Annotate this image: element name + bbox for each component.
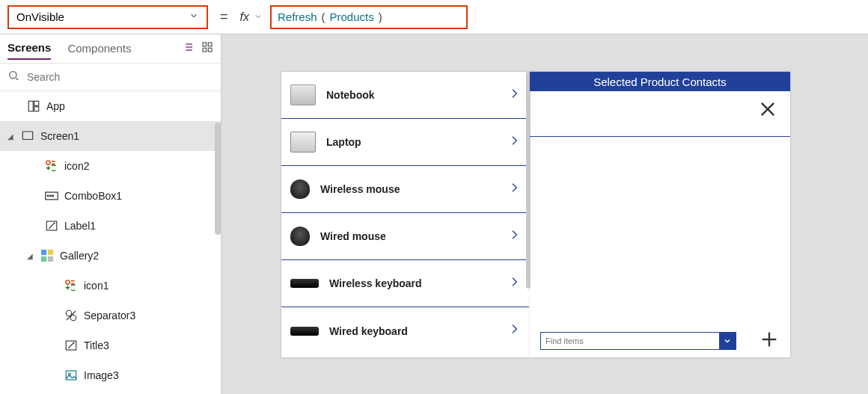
tree-label: icon2 — [64, 160, 89, 172]
tree-item-combobox1[interactable]: ComboBox1 — [0, 181, 221, 211]
chevron-down-icon — [254, 10, 263, 24]
search-icon — [7, 70, 19, 84]
svg-rect-7 — [208, 43, 212, 46]
svg-rect-14 — [34, 107, 39, 111]
tree-label: Image3 — [84, 369, 119, 381]
chevron-down-icon[interactable] — [719, 333, 736, 349]
combobox-placeholder: Find items — [541, 336, 719, 345]
svg-rect-23 — [48, 250, 53, 255]
tree-item-label1[interactable]: Label1 — [0, 211, 221, 241]
add-icon[interactable] — [759, 329, 780, 353]
caret-down-icon: ◢ — [7, 132, 15, 141]
gallery-item[interactable]: Wired mouse — [281, 213, 529, 260]
gallery-item[interactable]: Notebook — [281, 72, 529, 119]
formula-token-fn: Refresh — [278, 10, 317, 23]
formula-token-close: ) — [379, 10, 382, 23]
svg-line-11 — [16, 78, 18, 80]
gallery-preview: Notebook Laptop Wireless mouse — [281, 72, 530, 357]
product-thumb-icon — [290, 327, 319, 336]
contacts-header: Selected Product Contacts — [530, 72, 790, 91]
list-view-icon[interactable] — [182, 41, 194, 56]
product-thumb-icon — [290, 84, 316, 105]
svg-rect-30 — [66, 371, 76, 380]
svg-rect-24 — [41, 256, 46, 262]
tree-label: Screen1 — [40, 130, 79, 142]
formula-token-open: ( — [322, 10, 326, 23]
svg-point-20 — [52, 195, 54, 197]
tree-item-icon1[interactable]: icon1 — [0, 271, 221, 301]
formula-input[interactable]: Refresh( Products ) — [270, 5, 468, 29]
gallery-item[interactable]: Laptop — [281, 119, 529, 166]
tree-view: App ◢ Screen1 icon2 — [0, 91, 221, 394]
fx-label: fx — [240, 10, 249, 24]
svg-rect-12 — [28, 101, 33, 111]
gallery-item[interactable]: Wired keyboard — [281, 307, 529, 354]
svg-rect-8 — [208, 48, 212, 52]
gallery-item[interactable]: Wireless keyboard — [281, 260, 529, 307]
tree-item-icon2[interactable]: icon2 — [0, 151, 221, 181]
formula-token-arg: Products — [330, 10, 374, 23]
screen-icon — [21, 129, 34, 143]
chevron-right-icon[interactable] — [508, 271, 520, 296]
combobox-icon — [45, 189, 58, 203]
tree-item-screen1[interactable]: ◢ Screen1 — [0, 121, 221, 151]
product-thumb-icon — [290, 179, 310, 199]
property-dropdown-value: OnVisible — [16, 10, 64, 23]
tree-label: Separator3 — [84, 310, 135, 321]
property-dropdown[interactable]: OnVisible — [7, 5, 208, 29]
tab-screens[interactable]: Screens — [7, 37, 51, 60]
gallery-icon — [40, 249, 54, 262]
tree-item-app[interactable]: App — [0, 91, 221, 121]
product-thumb-icon — [290, 132, 316, 153]
combobox-find-items[interactable]: Find items — [540, 332, 736, 350]
separator-line — [530, 136, 790, 137]
svg-rect-15 — [22, 132, 33, 140]
formula-input-rest[interactable] — [475, 5, 861, 29]
fx-indicator[interactable]: fx — [240, 10, 263, 24]
equals-sign: = — [216, 9, 233, 25]
svg-point-18 — [47, 195, 49, 197]
chevron-right-icon[interactable] — [508, 177, 520, 202]
screen-preview: Notebook Laptop Wireless mouse — [281, 72, 790, 357]
product-thumb-icon — [290, 227, 310, 246]
formula-bar: OnVisible = fx Refresh( Products ) — [0, 0, 868, 34]
product-thumb-icon — [290, 279, 319, 288]
tree-item-image3[interactable]: Image3 — [0, 360, 221, 390]
tree-label: icon1 — [84, 280, 109, 292]
chevron-right-icon[interactable] — [508, 318, 520, 343]
tree-item-separator3[interactable]: Separator3 — [0, 301, 221, 330]
tree-item-title3[interactable]: Title3 — [0, 330, 221, 360]
caret-down-icon: ◢ — [27, 252, 34, 260]
svg-rect-25 — [48, 256, 53, 262]
tree-label: Title3 — [84, 339, 109, 351]
image-icon — [64, 369, 78, 382]
label-icon — [64, 339, 78, 352]
label-icon — [45, 219, 58, 233]
search-input[interactable] — [27, 71, 213, 83]
chevron-right-icon[interactable] — [508, 224, 520, 249]
chevron-right-icon[interactable] — [508, 83, 520, 108]
grid-view-icon[interactable] — [201, 41, 213, 56]
svg-rect-22 — [41, 250, 46, 255]
gallery-item-label: Wired keyboard — [329, 325, 498, 337]
svg-rect-13 — [34, 101, 39, 105]
tree-label: ComboBox1 — [64, 190, 122, 202]
tab-components[interactable]: Components — [67, 37, 131, 59]
chevron-right-icon[interactable] — [508, 130, 520, 155]
canvas: Notebook Laptop Wireless mouse — [221, 34, 868, 394]
icon-control-icon — [45, 159, 58, 173]
tree-item-gallery2[interactable]: ◢ Gallery2 — [0, 241, 221, 271]
panel-tabs: Screens Components — [0, 34, 221, 63]
separator-icon — [64, 309, 78, 322]
tree-label: Gallery2 — [60, 250, 99, 262]
scrollbar-thumb[interactable] — [215, 123, 221, 235]
gallery-item-label: Laptop — [326, 136, 498, 148]
gallery-item[interactable]: Wireless mouse — [281, 166, 529, 213]
gallery-item-label: Wired mouse — [320, 230, 498, 242]
icon-control-icon — [64, 279, 78, 292]
tree-panel: Screens Components — [0, 34, 221, 394]
app-icon — [27, 99, 40, 113]
chevron-down-icon — [189, 10, 199, 23]
tree-search[interactable] — [0, 63, 221, 91]
close-icon[interactable] — [757, 99, 778, 123]
